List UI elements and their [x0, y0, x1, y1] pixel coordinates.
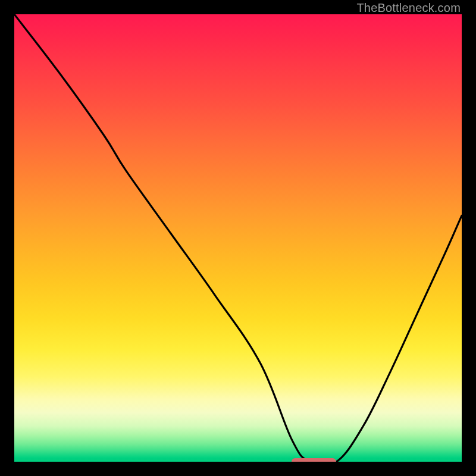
watermark-text: TheBottleneck.com: [356, 1, 461, 15]
chart-frame: TheBottleneck.com: [0, 0, 476, 476]
plot-area: [14, 14, 462, 462]
gradient-background: [14, 14, 462, 462]
optimal-marker: [292, 458, 336, 462]
